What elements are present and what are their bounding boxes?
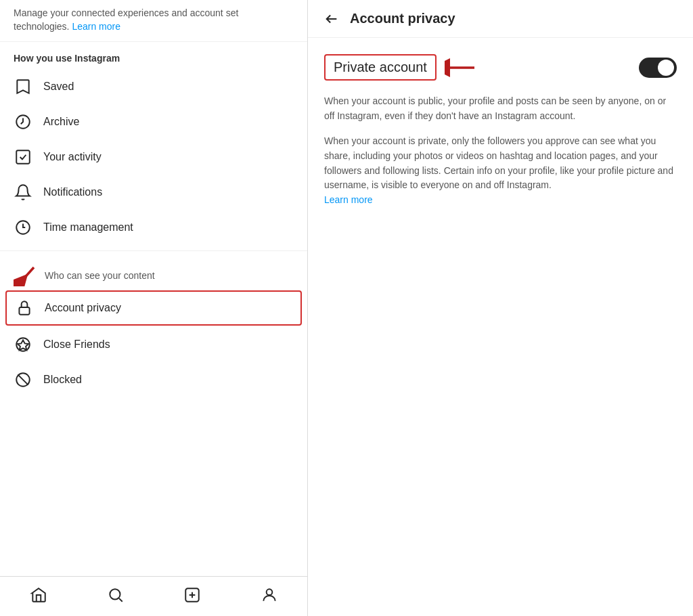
- time-management-label: Time management: [43, 221, 133, 234]
- who-can-see-section-header: Who can see your content: [0, 257, 307, 289]
- sidebar-item-blocked[interactable]: Blocked: [0, 362, 307, 397]
- svg-line-10: [119, 598, 122, 602]
- your-activity-label: Your activity: [43, 151, 102, 163]
- sidebar-item-account-privacy[interactable]: Account privacy: [5, 290, 302, 326]
- saved-icon: [14, 77, 32, 96]
- right-panel-content: Private account: [308, 38, 693, 235]
- private-account-row: Private account: [324, 54, 677, 81]
- right-panel: Account privacy Private account: [308, 0, 693, 616]
- lock-icon: [15, 299, 34, 317]
- archive-label: Archive: [43, 116, 79, 128]
- red-arrow-down-icon: [14, 265, 39, 286]
- private-account-toggle[interactable]: [639, 58, 677, 78]
- sidebar-item-archive[interactable]: Archive: [0, 104, 307, 139]
- svg-point-14: [267, 589, 273, 595]
- private-account-label: Private account: [334, 60, 427, 74]
- svg-rect-4: [19, 307, 29, 315]
- back-arrow-icon: [324, 12, 339, 26]
- blocked-label: Blocked: [43, 374, 82, 386]
- toggle-track: [639, 58, 677, 78]
- description-private: When your account is private, only the f…: [324, 134, 677, 207]
- svg-line-3: [22, 267, 34, 281]
- back-button[interactable]: [324, 12, 339, 26]
- toggle-thumb: [658, 60, 674, 76]
- activity-icon: [14, 148, 32, 167]
- sidebar-item-time-management[interactable]: Time management: [0, 210, 307, 245]
- how-you-use-header: How you use Instagram: [0, 42, 307, 69]
- nav-home[interactable]: [19, 584, 58, 607]
- sidebar-learn-more-link[interactable]: Learn more: [72, 21, 120, 32]
- sidebar-item-saved[interactable]: Saved: [0, 69, 307, 104]
- blocked-icon: [14, 370, 32, 389]
- sidebar-item-close-friends[interactable]: Close Friends: [0, 327, 307, 362]
- svg-line-8: [18, 375, 28, 385]
- learn-more-link[interactable]: Learn more: [324, 194, 373, 205]
- sidebar-item-notifications[interactable]: Notifications: [0, 175, 307, 210]
- sidebar-top-description: Manage your connected experiences and ac…: [0, 0, 307, 42]
- nav-profile[interactable]: [250, 584, 289, 607]
- svg-marker-6: [18, 340, 28, 351]
- saved-label: Saved: [43, 81, 74, 93]
- home-icon: [30, 586, 47, 604]
- sidebar-item-your-activity[interactable]: Your activity: [0, 139, 307, 175]
- add-icon: [183, 586, 201, 604]
- search-icon: [107, 586, 125, 604]
- svg-point-9: [110, 589, 120, 599]
- close-friends-icon: [14, 335, 32, 354]
- nav-search[interactable]: [96, 584, 135, 607]
- right-panel-header: Account privacy: [308, 0, 693, 38]
- time-management-icon: [14, 218, 32, 237]
- nav-add[interactable]: [173, 584, 212, 607]
- bottom-navigation: [0, 576, 308, 616]
- notifications-icon: [14, 183, 32, 202]
- account-privacy-label: Account privacy: [45, 302, 121, 314]
- close-friends-label: Close Friends: [43, 338, 110, 351]
- profile-icon: [261, 586, 278, 604]
- who-can-see-label: Who can see your content: [45, 270, 155, 281]
- archive-icon: [14, 112, 32, 131]
- description-public: When your account is public, your profil…: [324, 94, 677, 123]
- notifications-label: Notifications: [43, 186, 102, 198]
- red-arrow-right-icon: [445, 57, 477, 79]
- sidebar-divider: [0, 250, 307, 251]
- private-account-box: Private account: [324, 54, 437, 81]
- svg-rect-1: [16, 150, 30, 164]
- right-panel-title: Account privacy: [350, 11, 455, 26]
